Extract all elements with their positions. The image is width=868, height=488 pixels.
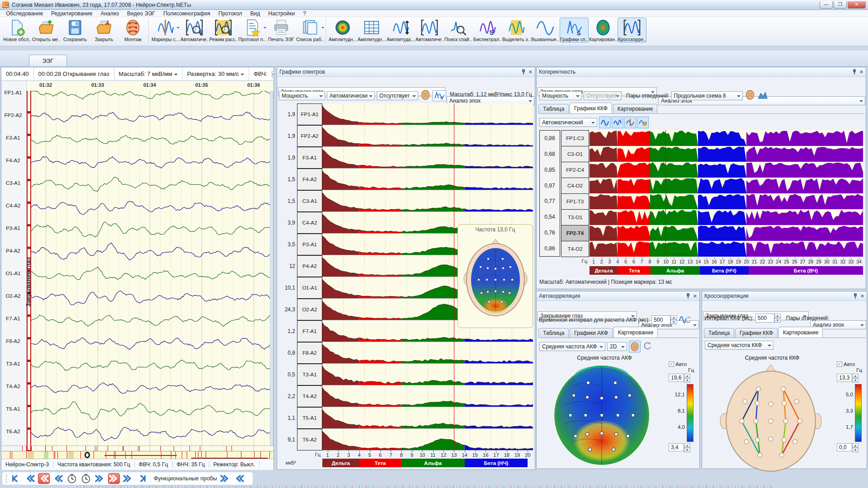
spectrum-mode-icon[interactable]: S [433,90,446,101]
spectra-row-channel[interactable]: C4-A2 [297,212,322,234]
coherence-row-channel-FP2-C4[interactable]: FP2-C4 [561,162,589,178]
toolbar-button-amplitude-table[interactable]: Амплитудн... [357,18,386,42]
close-icon[interactable]: ✕ [859,69,863,75]
toolbar-button-amplitude-measure[interactable]: Амплитуда... [386,18,415,42]
menu-item-6[interactable]: Вид [246,10,264,17]
spectra-row-channel[interactable]: C3-A1 [297,190,322,212]
pin-icon[interactable] [521,69,526,75]
eeg-channel-label-T3-A1[interactable]: T3-A1 [1,361,25,366]
acf-calc-icon[interactable] [679,314,690,326]
spectra-row-channel[interactable]: O2-A2 [297,299,322,320]
rewind-button[interactable] [24,473,36,484]
spectra-row-channel[interactable]: FP2-A2 [297,125,322,147]
autocorr-scale-max-input[interactable]: 19,6▲▼ [669,374,698,383]
coherence-row-chart-T4-O2[interactable] [590,241,863,257]
timer-back-button[interactable] [66,473,78,484]
spectra-row-channel[interactable]: P3-A1 [297,234,322,255]
toolbar-button-close-exam[interactable]: Закрыть [90,18,118,42]
autocorr-tab-0[interactable]: Таблица [538,328,569,338]
spectra-row-chart-C3-A1[interactable] [322,190,533,212]
coherence-charts[interactable] [590,130,863,257]
crosscorr-scale-min-input[interactable]: 0,0▲▼ [837,443,867,452]
toolbar-button-protocol-star[interactable]: Протокол п... [238,18,267,42]
eeg-channel-label-P4-A2[interactable]: P4-A2 [1,248,25,253]
menu-item-2[interactable]: Анализ [97,10,123,17]
crosscorr-scale-max-input[interactable]: 13,3▲▼ [837,374,867,383]
eeg-channel-label-T5-A1[interactable]: T5-A1 [1,406,25,412]
coherence-view-button-3[interactable] [637,117,649,128]
toolbar-button-spectrum-graphs[interactable]: SГрафики сп... [560,18,589,42]
eeg-channel-label-O2-A2[interactable]: O2-A2 [1,293,25,299]
spectra-row-channel[interactable]: F7-A1 [297,320,322,342]
toolbar-button-montage-head[interactable]: Монтаж [118,18,147,42]
toolbar-button-select-epoch[interactable]: Выделить э... [502,18,531,42]
crosscorr-auto-checkbox[interactable]: ✓ [837,361,842,367]
crosscorr-tab-0[interactable]: Таблица [704,328,734,338]
spectra-row-channel[interactable]: P4-A2 [297,255,322,277]
close-icon[interactable]: ✕ [693,293,697,299]
toolbar-button-evoked-wave[interactable]: Вызванные... [531,18,560,42]
eeg-channel-label-F3-A1[interactable]: F3-A1 [1,135,25,141]
coherence-row-chart-T3-O1[interactable] [590,209,863,225]
spectra-row-chart-T3-A1[interactable] [322,364,533,385]
head-map-icon[interactable] [629,341,641,352]
toolbar-button-wave-review[interactable]: Режим расс... [209,18,238,42]
coherence-row-chart-FP1-C3[interactable] [590,130,863,146]
rewind-slow-button[interactable] [52,473,64,484]
toolbar-button-crosscorr[interactable]: Кросскорре... [618,18,646,42]
spectra-smooth-combo[interactable]: Отсутствует [377,91,418,100]
toolbar-button-amplitude-map[interactable]: Амплитудн... [328,18,357,42]
tab-eeg[interactable]: ЭЭГ [29,55,67,66]
prev-trial-button[interactable] [233,473,245,484]
head-map-icon[interactable] [420,89,431,102]
spectra-row-channel[interactable]: T6-A2 [297,429,322,450]
coherence-row-chart-FP2-C4[interactable] [590,162,863,178]
autocorr-auto-checkbox[interactable]: ✓ [669,361,674,367]
menu-item-4[interactable]: Полисомнография [159,10,214,17]
coherence-row-channel-FP2-T4[interactable]: FP2-T4 [561,225,589,241]
coherence-row-channel-FP1-C3[interactable]: FP1-C3 [561,130,589,146]
toolbar-button-spike-search[interactable]: Поиск спай... [444,18,473,42]
eeg-scrollbar[interactable] [270,91,274,446]
close-icon[interactable]: ✕ [860,293,864,299]
spectra-row-chart-FP2-A2[interactable] [322,125,533,147]
coherence-mode-combo[interactable]: Автоматический [539,118,597,127]
toolbar-button-bispectral[interactable]: SБиспектрал... [473,18,502,42]
spectra-row-channel[interactable]: O1-A1 [297,277,322,299]
eeg-channel-label-F4-A2[interactable]: F4-A2 [1,158,25,163]
eeg-channel-label-FP2-A2[interactable]: FP2-A2 [1,113,25,118]
pin-icon[interactable] [853,293,858,299]
coherence-row-channel-C4-O2[interactable]: C4-O2 [561,178,589,194]
eeg-channel-label-T4-A2[interactable]: T4-A2 [1,384,25,389]
spectra-row-chart-F4-A2[interactable] [322,169,533,190]
toolbar-button-new-exam[interactable]: Новое обсл... [3,18,32,42]
eeg-channel-label-P3-A1[interactable]: P3-A1 [1,225,25,231]
menu-item-3[interactable]: Видео ЭЭГ [123,10,159,17]
head-map-icon[interactable] [745,89,755,102]
eeg-header-menu-button[interactable]: ≡ [272,71,275,77]
eeg-channel-label-F8-A2[interactable]: F8-A2 [1,338,25,344]
crosscorr-interval-input[interactable]: 500▲▼ [755,314,781,323]
coherence-smooth-combo[interactable]: Отсутствует [584,91,622,100]
toolbar-button-wave-search[interactable]: Автоматиче... [180,18,209,42]
coherence-pairs-combo[interactable]: Продольная схема 8 [671,91,743,100]
autocorr-scale-min-input[interactable]: 3,4▲▼ [669,443,698,452]
spectra-row-chart-F3-A1[interactable] [322,147,533,169]
menu-item-7[interactable]: Настройки [264,10,299,17]
crosscorr-tab-2[interactable]: Картирование [778,327,823,338]
coherence-row-channel-T3-O1[interactable]: T3-O1 [561,209,589,225]
toolbar-button-mapping-head[interactable]: Картирован... [589,18,618,42]
eeg-channel-label-C4-A2[interactable]: C4-A2 [1,203,25,208]
spectra-row-chart-T5-A1[interactable] [322,407,533,429]
chevron-down-icon[interactable] [264,27,266,30]
coherence-view-button-1[interactable] [612,117,623,128]
coherence-view-button-2[interactable] [624,117,636,128]
spectra-row-channel[interactable]: F3-A1 [297,147,322,169]
coherence-power-combo[interactable]: Мощность [539,91,582,100]
refresh-icon[interactable] [642,341,652,352]
eeg-chart-area[interactable]: FP1-A1FP2-A2F3-A1F4-A2C3-A1C4-A2P3-A1P4-… [1,81,274,459]
spectra-row-channel[interactable]: F4-A2 [297,169,322,190]
forward-button[interactable] [122,473,134,484]
minimize-button[interactable]: — [820,1,833,9]
spectra-row-channel[interactable]: T5-A1 [297,407,322,429]
